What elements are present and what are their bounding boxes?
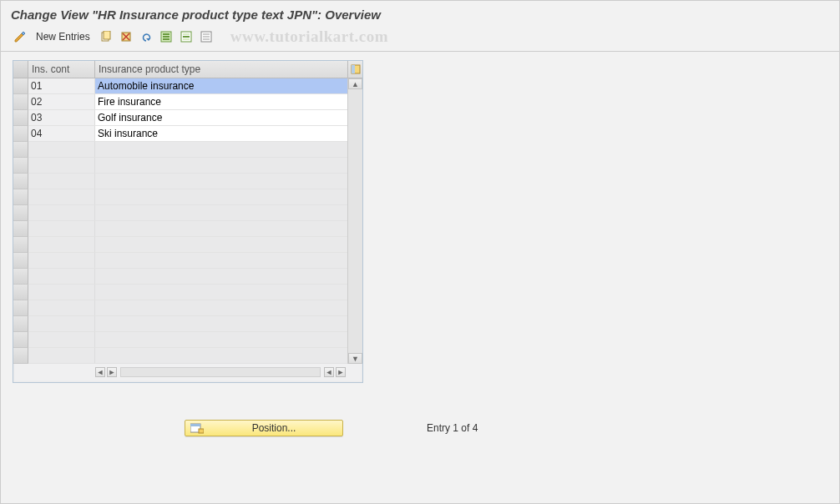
- position-icon: [190, 422, 204, 434]
- scroll-left-end-icon[interactable]: ◄: [324, 367, 334, 377]
- row-selector[interactable]: [13, 78, 28, 94]
- column-header-ins[interactable]: Ins. cont: [28, 61, 95, 78]
- product-type-input[interactable]: [95, 78, 347, 93]
- ins-cont-cell[interactable]: 01: [28, 78, 95, 94]
- table-row: [13, 269, 347, 285]
- row-selector-header[interactable]: [13, 61, 28, 78]
- page-title: Change View "HR Insurance product type t…: [1, 1, 839, 25]
- row-selector[interactable]: [13, 189, 28, 205]
- product-type-cell: [95, 332, 347, 348]
- row-selector[interactable]: [13, 94, 28, 110]
- footer: Position... Entry 1 of 4: [185, 420, 839, 436]
- ins-cont-cell: [28, 316, 95, 332]
- product-type-cell: [95, 158, 347, 174]
- scroll-down-icon[interactable]: ▼: [348, 353, 362, 364]
- row-selector[interactable]: [13, 253, 28, 269]
- ins-cont-cell: [28, 348, 95, 364]
- table-row: [13, 316, 347, 332]
- ins-cont-cell: [28, 332, 95, 348]
- row-selector[interactable]: [13, 300, 28, 316]
- product-type-cell: [95, 221, 347, 237]
- row-selector[interactable]: [13, 332, 28, 348]
- product-type-cell: [95, 126, 347, 142]
- row-selector[interactable]: [13, 316, 28, 332]
- product-type-cell: [95, 348, 347, 364]
- scroll-right-step-icon[interactable]: ►: [107, 367, 117, 377]
- ins-cont-cell: [28, 269, 95, 285]
- ins-cont-cell[interactable]: 02: [28, 94, 95, 110]
- ins-cont-cell: [28, 221, 95, 237]
- product-type-input[interactable]: [95, 94, 347, 109]
- svg-rect-21: [190, 424, 200, 426]
- svg-rect-1: [104, 31, 110, 39]
- ins-cont-cell: [28, 253, 95, 269]
- product-type-cell: [95, 269, 347, 285]
- product-type-cell: [95, 300, 347, 316]
- svg-rect-17: [203, 38, 210, 40]
- svg-rect-19: [352, 65, 355, 73]
- row-selector[interactable]: [13, 126, 28, 142]
- svg-rect-8: [163, 36, 170, 38]
- row-selector[interactable]: [13, 110, 28, 126]
- svg-rect-13: [183, 38, 190, 40]
- svg-rect-7: [163, 33, 170, 35]
- ins-cont-cell: [28, 285, 95, 300]
- row-selector[interactable]: [13, 221, 28, 237]
- select-all-icon[interactable]: [159, 29, 174, 44]
- select-block-icon[interactable]: [179, 29, 194, 44]
- copy-icon[interactable]: [99, 29, 114, 44]
- svg-marker-5: [146, 38, 150, 41]
- undo-icon[interactable]: [139, 29, 154, 44]
- ins-cont-cell: [28, 205, 95, 221]
- product-type-input[interactable]: [95, 110, 347, 125]
- svg-rect-12: [183, 36, 190, 38]
- ins-cont-cell: [28, 300, 95, 316]
- table-row: [13, 205, 347, 221]
- position-button[interactable]: Position...: [185, 420, 343, 436]
- row-selector[interactable]: [13, 348, 28, 364]
- table-row: 01: [13, 78, 347, 94]
- product-type-cell: [95, 110, 347, 126]
- deselect-all-icon[interactable]: [199, 29, 214, 44]
- svg-rect-16: [203, 36, 210, 38]
- ins-cont-cell[interactable]: 03: [28, 110, 95, 126]
- table-row: 04: [13, 126, 347, 142]
- row-selector[interactable]: [13, 237, 28, 253]
- row-selector[interactable]: [13, 205, 28, 221]
- table-row: [13, 189, 347, 205]
- product-type-cell: [95, 253, 347, 269]
- table-row: [13, 158, 347, 174]
- scroll-right-end-icon[interactable]: ►: [336, 367, 346, 377]
- row-selector[interactable]: [13, 158, 28, 174]
- svg-rect-11: [183, 33, 190, 35]
- table-header: Ins. cont Insurance product type: [13, 61, 362, 78]
- row-selector[interactable]: [13, 174, 28, 189]
- table-config-icon[interactable]: [347, 61, 362, 78]
- row-selector[interactable]: [13, 285, 28, 300]
- product-type-cell: [95, 237, 347, 253]
- product-type-cell: [95, 94, 347, 110]
- product-type-cell: [95, 174, 347, 189]
- product-type-cell: [95, 205, 347, 221]
- row-selector[interactable]: [13, 269, 28, 285]
- vertical-scrollbar[interactable]: ▲ ▼: [347, 78, 362, 364]
- new-entries-button[interactable]: New Entries: [33, 31, 94, 43]
- product-type-input[interactable]: [95, 126, 347, 141]
- product-type-cell: [95, 316, 347, 332]
- table-row: [13, 285, 347, 300]
- column-header-type[interactable]: Insurance product type: [95, 61, 347, 78]
- table-row: [13, 253, 347, 269]
- delete-icon[interactable]: [119, 29, 134, 44]
- table-row: [13, 348, 347, 364]
- scroll-left-icon[interactable]: ◄: [95, 367, 105, 377]
- change-icon[interactable]: [13, 29, 28, 44]
- horizontal-scrollbar[interactable]: ◄ ► ◄ ►: [13, 365, 362, 379]
- table-row: [13, 221, 347, 237]
- entry-counter: Entry 1 of 4: [427, 422, 478, 434]
- data-table: Ins. cont Insurance product type 0102030…: [13, 60, 363, 383]
- ins-cont-cell[interactable]: 04: [28, 126, 95, 142]
- scroll-up-icon[interactable]: ▲: [348, 78, 362, 89]
- table-row: [13, 142, 347, 158]
- toolbar: New Entries www.tutorialkart.com: [1, 25, 839, 52]
- row-selector[interactable]: [13, 142, 28, 158]
